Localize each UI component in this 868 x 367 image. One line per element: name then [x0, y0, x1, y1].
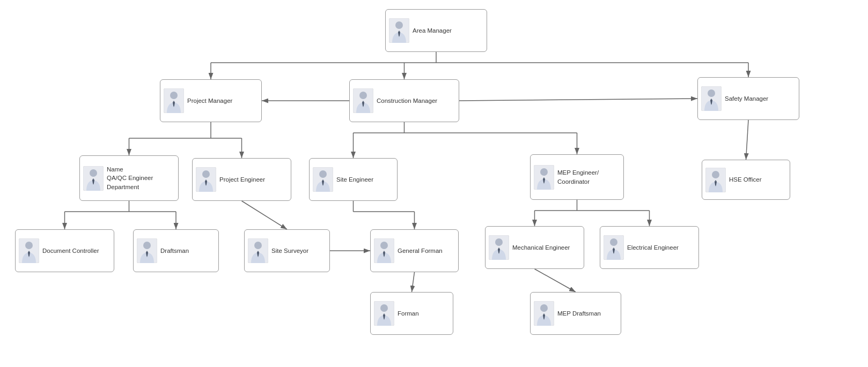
- svg-line-31: [535, 269, 576, 292]
- svg-point-55: [254, 242, 262, 249]
- hse-officer-label: HSE Officer: [729, 175, 762, 184]
- forman-node[interactable]: Forman: [370, 292, 453, 335]
- svg-point-39: [708, 89, 715, 97]
- mep-draftsman-label: MEP Draftsman: [557, 309, 601, 318]
- project-engineer-label: Project Engineer: [219, 175, 265, 184]
- construction-mgr-label: Construction Manager: [377, 96, 437, 105]
- svg-point-35: [170, 92, 178, 99]
- svg-point-57: [380, 242, 388, 249]
- svg-point-63: [380, 304, 388, 312]
- svg-point-59: [495, 238, 503, 246]
- svg-point-65: [540, 304, 548, 312]
- site-engineer-node[interactable]: Site Engineer: [309, 158, 398, 201]
- area-manager-label: Area Manager: [413, 26, 452, 35]
- svg-line-21: [242, 201, 288, 229]
- project-manager-avatar: [164, 88, 184, 113]
- project-engineer-node[interactable]: Project Engineer: [192, 158, 291, 201]
- qa-qc-engineer-label: NameQA/QC EngineerDepartment: [107, 165, 153, 191]
- svg-point-53: [143, 242, 151, 249]
- svg-point-43: [202, 170, 210, 178]
- mep-draftsman-node[interactable]: MEP Draftsman: [530, 292, 621, 335]
- project-manager-label: Project Manager: [187, 96, 232, 105]
- safety-manager-label: Safety Manager: [725, 94, 768, 103]
- qa-qc-engineer-node[interactable]: NameQA/QC EngineerDepartment: [79, 155, 179, 201]
- construction-mgr-avatar: [353, 88, 373, 113]
- svg-line-16: [746, 120, 749, 160]
- doc-controller-node[interactable]: Document Controller: [15, 229, 114, 272]
- draftsman-avatar: [137, 238, 157, 263]
- mep-engineer-node[interactable]: MEP Engineer/Coordinator: [530, 154, 624, 200]
- project-manager-node[interactable]: Project Manager: [160, 79, 262, 122]
- general-forman-avatar: [374, 238, 394, 263]
- mechanical-eng-label: Mechanical Engineer: [512, 243, 570, 252]
- site-engineer-label: Site Engineer: [336, 175, 373, 184]
- draftsman-label: Draftsman: [160, 246, 189, 255]
- svg-point-61: [610, 238, 617, 246]
- doc-controller-avatar: [19, 238, 39, 263]
- electrical-eng-label: Electrical Engineer: [627, 243, 679, 252]
- site-surveyor-avatar: [248, 238, 268, 263]
- svg-point-33: [395, 21, 403, 29]
- general-forman-label: General Forman: [398, 246, 443, 255]
- hse-officer-node[interactable]: HSE Officer: [702, 160, 790, 200]
- construction-mgr-node[interactable]: Construction Manager: [349, 79, 459, 122]
- site-surveyor-label: Site Surveyor: [271, 246, 308, 255]
- svg-line-7: [459, 99, 697, 101]
- safety-manager-node[interactable]: Safety Manager: [697, 77, 799, 120]
- qa-qc-engineer-avatar: [83, 166, 104, 191]
- mep-engineer-avatar: [534, 165, 554, 190]
- hse-officer-avatar: [705, 168, 726, 192]
- project-engineer-avatar: [196, 167, 216, 192]
- general-forman-node[interactable]: General Forman: [370, 229, 459, 272]
- mep-draftsman-avatar: [534, 301, 554, 326]
- forman-avatar: [374, 301, 394, 326]
- svg-point-51: [25, 242, 33, 249]
- forman-label: Forman: [398, 309, 419, 318]
- draftsman-node[interactable]: Draftsman: [133, 229, 219, 272]
- mechanical-eng-avatar: [489, 235, 509, 260]
- electrical-eng-avatar: [604, 235, 624, 260]
- site-engineer-avatar: [313, 167, 333, 192]
- mep-engineer-label: MEP Engineer/Coordinator: [557, 168, 599, 185]
- electrical-eng-node[interactable]: Electrical Engineer: [600, 226, 699, 269]
- svg-point-37: [359, 92, 367, 99]
- svg-line-26: [412, 272, 415, 292]
- safety-manager-avatar: [701, 86, 722, 111]
- area-manager-node[interactable]: Area Manager: [385, 9, 487, 52]
- svg-point-41: [90, 169, 97, 177]
- mechanical-eng-node[interactable]: Mechanical Engineer: [485, 226, 584, 269]
- site-surveyor-node[interactable]: Site Surveyor: [244, 229, 330, 272]
- svg-point-49: [712, 171, 719, 178]
- area-manager-avatar: [389, 18, 409, 43]
- doc-controller-label: Document Controller: [42, 246, 99, 255]
- org-chart: Area Manager Project Manager Constructio…: [0, 0, 868, 367]
- svg-point-47: [540, 168, 548, 176]
- svg-point-45: [319, 170, 327, 178]
